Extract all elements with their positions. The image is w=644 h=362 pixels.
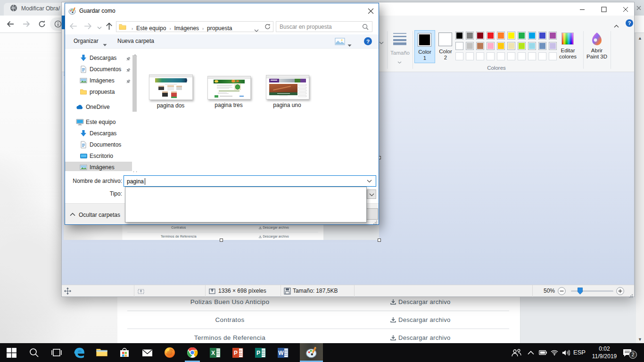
sidebar-item-documentos[interactable]: Documentos <box>65 139 132 150</box>
view-mode-dropdown-icon[interactable] <box>347 41 352 49</box>
sidebar-item-descargas[interactable]: Descargas <box>65 52 132 64</box>
filename-dropdown-icon[interactable] <box>367 179 372 184</box>
palette-color-swatch[interactable] <box>518 42 526 50</box>
browser-reload-button[interactable] <box>35 17 49 31</box>
page-info-icon[interactable] <box>54 20 62 30</box>
dialog-resize-grip[interactable] <box>372 218 378 223</box>
palette-empty-swatch[interactable] <box>497 52 505 60</box>
taskbar-mail-button[interactable] <box>136 343 158 362</box>
language-indicator[interactable]: ESP <box>573 349 586 356</box>
shapes-gallery-expand-icon[interactable] <box>379 38 384 46</box>
palette-color-swatch[interactable] <box>528 42 536 50</box>
canvas-resize-handle-corner[interactable] <box>378 239 381 242</box>
palette-empty-swatch[interactable] <box>466 52 474 60</box>
sidebar-scrollbar[interactable] <box>132 49 138 172</box>
sidebar-item-imágenes[interactable]: Imágenes <box>65 162 132 171</box>
sidebar-item-descargas[interactable]: Descargas <box>65 128 132 139</box>
zoom-in-button[interactable] <box>616 287 624 297</box>
breadcrumb-item[interactable]: propuesta <box>207 25 232 32</box>
refresh-button[interactable] <box>263 21 273 32</box>
zoom-slider-thumb[interactable] <box>578 288 583 296</box>
palette-color-swatch[interactable] <box>476 32 484 40</box>
dialog-forward-button[interactable] <box>83 20 93 32</box>
battery-icon[interactable] <box>539 343 547 362</box>
file-item[interactable]: pagina uno <box>261 73 314 111</box>
palette-color-swatch[interactable] <box>549 32 557 40</box>
palette-color-swatch[interactable] <box>507 32 515 40</box>
clock[interactable]: 0:0211/9/2019 <box>590 345 619 360</box>
color2-button[interactable]: Color 2 <box>436 30 455 63</box>
palette-color-swatch[interactable] <box>466 32 474 40</box>
taskbar-edge-button[interactable] <box>68 343 91 362</box>
sidebar-item-propuesta[interactable]: propuesta <box>65 86 132 98</box>
paint-close-button[interactable] <box>619 2 633 16</box>
palette-color-swatch[interactable] <box>507 42 515 50</box>
palette-color-swatch[interactable] <box>487 32 495 40</box>
paint-resize-grip[interactable] <box>628 292 633 300</box>
palette-color-swatch[interactable] <box>466 42 474 50</box>
hide-folders-button[interactable]: Ocultar carpetas <box>70 212 120 218</box>
taskbar-chrome-button[interactable] <box>181 343 204 362</box>
palette-color-swatch[interactable] <box>538 42 546 50</box>
taskbar-word-button[interactable]: W <box>272 343 294 362</box>
palette-color-swatch[interactable] <box>487 42 495 50</box>
sidebar-item-documentos[interactable]: Documentos <box>65 64 132 75</box>
volume-icon[interactable] <box>562 343 570 362</box>
breadcrumb-item[interactable]: Este equipo <box>136 25 166 32</box>
wifi-icon[interactable] <box>551 343 558 362</box>
palette-color-swatch[interactable] <box>455 42 463 50</box>
palette-empty-swatch[interactable] <box>507 52 515 60</box>
taskbar-publisher-button[interactable]: P <box>249 343 272 362</box>
palette-empty-swatch[interactable] <box>455 52 463 60</box>
address-breadcrumb-bar[interactable]: ›Este equipo›Imágenes›propuesta <box>116 21 263 32</box>
download-link[interactable]: Descargar archivo <box>390 334 451 341</box>
browser-scrollbar[interactable]: ▲ ▼ <box>636 33 644 344</box>
browser-back-button[interactable] <box>4 17 17 31</box>
download-link[interactable]: Descargar archivo <box>259 226 289 230</box>
view-mode-button[interactable] <box>335 38 345 47</box>
dialog-back-button[interactable] <box>68 20 78 32</box>
paint-minimize-button[interactable] <box>576 2 590 16</box>
sidebar-item-escritorio[interactable]: Escritorio <box>65 150 132 162</box>
palette-color-swatch[interactable] <box>497 42 505 50</box>
taskbar-start-button[interactable] <box>0 343 23 362</box>
up-button[interactable] <box>104 20 114 32</box>
filename-input[interactable]: pagina <box>124 175 376 187</box>
palette-empty-swatch[interactable] <box>528 52 536 60</box>
paint-maximize-button[interactable] <box>597 2 611 16</box>
sidebar-item-este-equipo[interactable]: Este equipo <box>65 116 132 128</box>
palette-color-swatch[interactable] <box>497 32 505 40</box>
browser-forward-button[interactable] <box>20 17 33 31</box>
color1-button[interactable]: Color 1 <box>414 30 435 63</box>
taskbar-task-view-button[interactable] <box>45 343 68 362</box>
dialog-close-button[interactable] <box>366 7 376 16</box>
download-link[interactable]: Descargar archivo <box>390 298 451 305</box>
scrollbar-down-arrow[interactable]: ▼ <box>636 336 644 343</box>
new-folder-button[interactable]: Nueva carpeta <box>117 38 154 44</box>
breadcrumb-item[interactable]: Imágenes <box>174 25 199 32</box>
sidebar-item-imágenes[interactable]: Imágenes <box>65 75 132 86</box>
download-link[interactable]: Descargar archivo <box>390 316 451 323</box>
sidebar-scroll-thumb[interactable] <box>132 55 137 112</box>
recent-locations-icon[interactable] <box>94 23 105 34</box>
taskbar-firefox-button[interactable] <box>158 343 181 362</box>
palette-color-swatch[interactable] <box>518 32 526 40</box>
taskbar-paint-button[interactable] <box>300 343 323 362</box>
palette-color-swatch[interactable] <box>528 32 536 40</box>
taskbar-search-button[interactable] <box>23 343 45 362</box>
canvas-resize-handle-bottom[interactable] <box>220 239 223 242</box>
palette-color-swatch[interactable] <box>476 42 484 50</box>
scrollbar-up-arrow[interactable]: ▲ <box>636 35 644 42</box>
zoom-out-button[interactable] <box>558 287 566 297</box>
download-link[interactable]: Descargar archivo <box>259 235 289 239</box>
search-box[interactable]: Buscar en propuesta <box>276 21 372 32</box>
taskbar-file-explorer-button[interactable] <box>91 343 113 362</box>
palette-empty-swatch[interactable] <box>518 52 526 60</box>
taskbar-store-button[interactable] <box>113 343 136 362</box>
browser-close-button[interactable] <box>635 4 643 12</box>
taskbar-powerpoint-button[interactable]: P <box>226 343 249 362</box>
ribbon-collapse-icon[interactable] <box>614 21 619 30</box>
palette-empty-swatch[interactable] <box>538 52 546 60</box>
taskbar-excel-button[interactable]: X <box>204 343 226 362</box>
tray-expand-icon[interactable] <box>528 343 534 362</box>
